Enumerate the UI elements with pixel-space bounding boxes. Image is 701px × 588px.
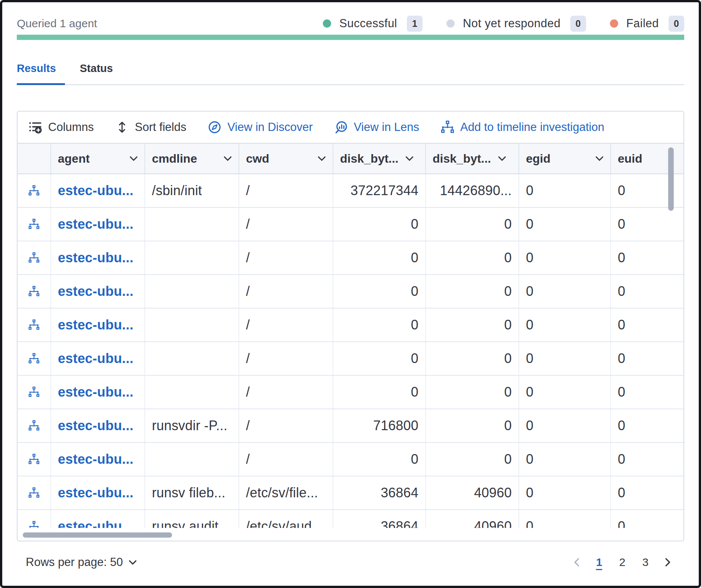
add-to-timeline-icon[interactable] (28, 286, 40, 297)
row-controls-cell (18, 476, 51, 509)
cwd-cell: / (246, 451, 250, 467)
sort-fields-label: Sort fields (135, 121, 186, 134)
add-to-timeline-icon[interactable] (28, 420, 40, 431)
column-header-egid[interactable]: egid (519, 144, 611, 173)
row-controls-cell (18, 241, 51, 274)
disk-bytes-cell: 0 (411, 284, 418, 299)
view-in-lens-button[interactable]: View in Lens (334, 121, 419, 134)
egid-cell: 0 (526, 317, 533, 333)
column-header-disk_byt_2[interactable]: disk_byt... (426, 144, 519, 173)
row-controls-cell (18, 376, 51, 409)
column-header-agent[interactable]: agent (51, 144, 145, 173)
table-row: estec-ubu... runsv audit... /etc/sv/aud.… (18, 510, 683, 528)
status-group: Successful 1 Not yet responded 0 Failed … (323, 16, 684, 32)
add-to-timeline-icon[interactable] (28, 521, 40, 528)
disk-bytes-cell: 36864 (381, 485, 418, 501)
column-header-cmdline[interactable]: cmdline (145, 144, 239, 173)
cmdline-cell: runsvdir -P... (152, 418, 227, 434)
sort-icon (115, 121, 129, 134)
add-to-timeline-icon[interactable] (28, 353, 40, 364)
table-row: estec-ubu... / 0 0 0 0 (18, 208, 683, 241)
add-to-timeline-icon[interactable] (28, 319, 40, 331)
queried-agents-label: Queried 1 agent (17, 17, 97, 30)
agent-link[interactable]: estec-ubu... (58, 250, 133, 266)
row-controls-cell (18, 409, 51, 442)
euid-cell: 0 (618, 351, 625, 366)
page-button-3[interactable]: 3 (636, 554, 654, 571)
disk-bytes-cell: 0 (504, 216, 512, 232)
agent-link[interactable]: estec-ubu... (58, 485, 133, 501)
euid-cell: 0 (618, 284, 625, 299)
agent-link[interactable]: estec-ubu... (58, 384, 133, 400)
table-row: estec-ubu... / 0 0 0 0 (18, 309, 683, 342)
cmdline-cell: runsv audit... (152, 519, 230, 528)
egid-cell: 0 (526, 451, 533, 467)
chevron-right-icon (662, 557, 673, 568)
add-to-timeline-icon[interactable] (28, 387, 40, 398)
euid-cell: 0 (618, 485, 625, 501)
add-to-timeline-icon[interactable] (28, 219, 40, 230)
table-row: estec-ubu... runsvdir -P... / 716800 0 0… (18, 409, 683, 443)
disk-bytes-cell: 0 (411, 351, 418, 366)
query-status-bar: Queried 1 agent Successful 1 Not yet res… (17, 15, 684, 32)
table-body: estec-ubu... /sbin/init / 372217344 1442… (18, 174, 683, 528)
tab-status[interactable]: Status (80, 62, 122, 84)
add-to-timeline-icon[interactable] (28, 185, 40, 196)
agent-link[interactable]: estec-ubu... (58, 216, 133, 232)
disk-bytes-cell: 372217344 (350, 183, 418, 198)
cwd-cell: / (246, 384, 250, 400)
tabs: Results Status (17, 62, 684, 85)
column-header-cwd[interactable]: cwd (239, 144, 333, 173)
agent-link[interactable]: estec-ubu... (58, 351, 133, 366)
cmdline-cell: runsv fileb... (152, 485, 225, 501)
next-page-button[interactable] (660, 557, 675, 568)
row-controls-cell (18, 309, 51, 341)
disk-bytes-cell: 0 (504, 284, 512, 299)
add-to-timeline-icon[interactable] (28, 487, 40, 498)
chevron-down-icon (405, 154, 414, 163)
tab-results[interactable]: Results (17, 62, 65, 84)
query-progress-bar (17, 35, 684, 40)
columns-label: Columns (48, 121, 94, 134)
egid-cell: 0 (526, 485, 533, 501)
previous-page-button[interactable] (569, 557, 585, 568)
results-table-panel: Columns Sort fields View in Discover (17, 111, 684, 541)
agent-link[interactable]: estec-ubu... (58, 183, 133, 198)
vertical-scrollbar[interactable] (668, 147, 674, 211)
page-button-2[interactable]: 2 (613, 554, 631, 571)
egid-cell: 0 (526, 250, 533, 266)
status-item: Failed 0 (610, 16, 684, 32)
horizontal-scrollbar[interactable] (23, 532, 172, 538)
euid-cell: 0 (618, 384, 625, 400)
agent-link[interactable]: estec-ubu... (58, 284, 133, 299)
disk-bytes-cell: 0 (504, 317, 512, 333)
table-row: estec-ubu... /sbin/init / 372217344 1442… (18, 174, 683, 208)
row-controls-cell (18, 275, 51, 308)
egid-cell: 0 (526, 183, 533, 198)
column-header-disk_byt_1[interactable]: disk_byt... (333, 144, 426, 173)
view-in-discover-button[interactable]: View in Discover (208, 121, 313, 134)
status-dot-icon (323, 19, 331, 28)
cmdline-cell: /sbin/init (152, 183, 202, 198)
status-label: Successful (339, 17, 397, 30)
cwd-cell: / (246, 351, 250, 366)
add-to-timeline-button[interactable]: Add to timeline investigation (441, 121, 604, 134)
agent-link[interactable]: estec-ubu... (58, 418, 133, 434)
add-to-timeline-icon[interactable] (28, 252, 40, 263)
table-footer: Rows per page: 50 1 2 3 (17, 553, 684, 572)
agent-link[interactable]: estec-ubu... (58, 317, 133, 333)
row-controls-cell (18, 342, 51, 375)
euid-cell: 0 (618, 250, 625, 266)
page-button-1[interactable]: 1 (590, 554, 608, 571)
add-to-timeline-icon[interactable] (28, 454, 40, 465)
disk-bytes-cell: 0 (411, 250, 418, 266)
columns-button[interactable]: Columns (29, 121, 94, 134)
agent-link[interactable]: estec-ubu... (58, 451, 133, 467)
euid-cell: 0 (618, 317, 625, 333)
column-header-controls[interactable] (18, 144, 51, 173)
agent-link[interactable]: estec-ubu... (58, 519, 133, 528)
disk-bytes-cell: 0 (411, 216, 418, 232)
egid-cell: 0 (526, 284, 533, 299)
rows-per-page-button[interactable]: Rows per page: 50 (26, 556, 137, 569)
sort-fields-button[interactable]: Sort fields (115, 121, 186, 134)
